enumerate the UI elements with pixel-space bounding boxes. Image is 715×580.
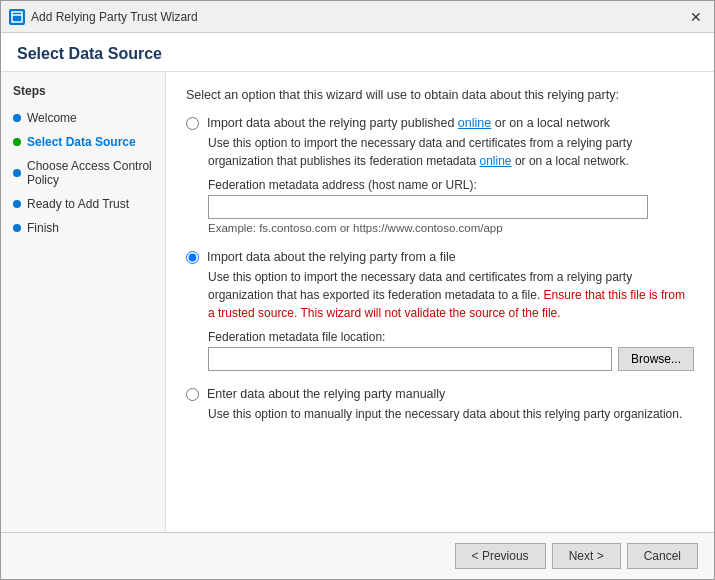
browse-button[interactable]: Browse... (618, 347, 694, 371)
step-dot-finish (13, 224, 21, 232)
option3-text: Enter data about the relying party manua… (207, 387, 445, 401)
sidebar-item-finish[interactable]: Finish (1, 216, 165, 240)
option3-label[interactable]: Enter data about the relying party manua… (186, 387, 694, 401)
option2-warning: Ensure that this file is from a trusted … (208, 288, 685, 320)
cancel-button[interactable]: Cancel (627, 543, 698, 569)
main-content: Select an option that this wizard will u… (166, 72, 714, 532)
sidebar-label-welcome: Welcome (27, 111, 77, 125)
option3-desc: Use this option to manually input the ne… (208, 405, 694, 423)
steps-label: Steps (1, 84, 165, 106)
online-link2[interactable]: online (480, 154, 512, 168)
option2-label[interactable]: Import data about the relying party from… (186, 250, 694, 264)
window-icon (9, 9, 25, 25)
content-area: Steps Welcome Select Data Source Choose … (1, 72, 714, 532)
footer: < Previous Next > Cancel (1, 532, 714, 579)
close-button[interactable]: ✕ (686, 7, 706, 27)
sidebar-item-select-data-source[interactable]: Select Data Source (1, 130, 165, 154)
sidebar-label-select: Select Data Source (27, 135, 136, 149)
wizard-window: Add Relying Party Trust Wizard ✕ Select … (0, 0, 715, 580)
option3-radio[interactable] (186, 388, 199, 401)
option1-desc: Use this option to import the necessary … (208, 134, 694, 170)
option2-text: Import data about the relying party from… (207, 250, 456, 264)
option2-field-label: Federation metadata file location: (208, 330, 694, 344)
instruction-text: Select an option that this wizard will u… (186, 88, 694, 102)
sidebar-label-access: Choose Access Control Policy (27, 159, 153, 187)
option1-radio[interactable] (186, 117, 199, 130)
option1-example: Example: fs.contoso.com or https://www.c… (208, 222, 694, 234)
option-group-1: Import data about the relying party publ… (186, 116, 694, 234)
step-dot-ready (13, 200, 21, 208)
sidebar-item-welcome[interactable]: Welcome (1, 106, 165, 130)
option1-text: Import data about the relying party publ… (207, 116, 610, 130)
federation-address-input[interactable] (208, 195, 648, 219)
option1-field-row (208, 195, 694, 219)
sidebar-label-ready: Ready to Add Trust (27, 197, 129, 211)
sidebar-item-choose-access[interactable]: Choose Access Control Policy (1, 154, 165, 192)
sidebar-label-finish: Finish (27, 221, 59, 235)
page-header: Select Data Source (1, 33, 714, 72)
page-title: Select Data Source (17, 45, 698, 63)
option2-field-row: Browse... (208, 347, 694, 371)
step-dot-access (13, 169, 21, 177)
option-group-2: Import data about the relying party from… (186, 250, 694, 371)
next-button[interactable]: Next > (552, 543, 621, 569)
window-title: Add Relying Party Trust Wizard (31, 10, 686, 24)
title-bar: Add Relying Party Trust Wizard ✕ (1, 1, 714, 33)
option2-radio[interactable] (186, 251, 199, 264)
sidebar: Steps Welcome Select Data Source Choose … (1, 72, 166, 532)
previous-button[interactable]: < Previous (455, 543, 546, 569)
option1-field-label: Federation metadata address (host name o… (208, 178, 694, 192)
step-dot-welcome (13, 114, 21, 122)
federation-file-input[interactable] (208, 347, 612, 371)
svg-rect-0 (12, 12, 22, 22)
step-dot-select (13, 138, 21, 146)
sidebar-item-ready[interactable]: Ready to Add Trust (1, 192, 165, 216)
option2-desc: Use this option to import the necessary … (208, 268, 694, 322)
online-link[interactable]: online (458, 116, 491, 130)
option-group-3: Enter data about the relying party manua… (186, 387, 694, 423)
option1-label[interactable]: Import data about the relying party publ… (186, 116, 694, 130)
